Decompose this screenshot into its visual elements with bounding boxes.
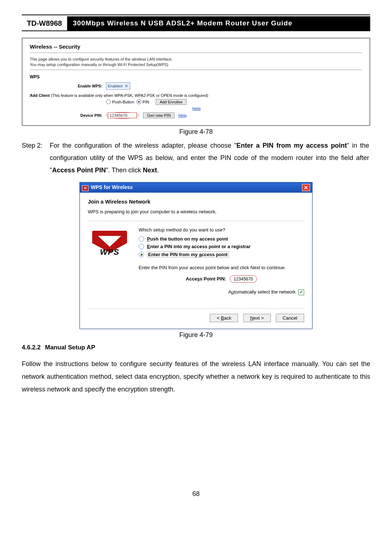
method-row: Push-Button PIN Add Enrollee [30,99,362,105]
header-bar: TD-W8968 300Mbps Wireless N USB ADSL2+ M… [22,16,370,31]
dialog-buttons: < Back Next > Cancel [88,309,304,322]
dialog-title: WPS for Wireless [91,184,133,190]
cancel-button[interactable]: Cancel [276,314,304,322]
chevron-down-icon: ▾ [124,84,128,88]
page-number: 68 [22,490,370,498]
device-pin-row: Device PIN: Gen new PIN Help [30,112,362,119]
wps-dialog: wWPS for Wireless ✕ Join a Wireless Netw… [79,182,313,329]
figure-caption-79: Figure 4-79 [22,331,370,339]
dialog-subtext: WPS is preparing to join your computer t… [88,209,304,214]
help-link[interactable]: Help [192,106,201,111]
router-security-panel: Wireless -- Security This page allows yo… [22,38,370,126]
figure-caption-78: Figure 4-78 [22,128,370,136]
enable-wps-label: Enable WPS: [30,84,106,88]
wps-badge-icon: WPS [92,231,127,260]
radio-icon [106,99,111,104]
add-client-note: Add Client (This feature is available on… [30,93,362,98]
section-heading: 4.6.2.2Manual Setup AP [22,344,370,351]
gen-new-pin-button[interactable]: Gen new PIN [143,112,175,118]
next-button[interactable]: Next > [243,314,271,322]
enable-wps-value: Enabled [108,84,122,88]
wps-logo: WPS [88,227,131,263]
wps-heading: WPS [30,74,362,79]
header-model: TD-W8968 [22,16,67,30]
access-point-pin-input[interactable]: 12345670 [230,275,257,283]
divider [30,70,362,70]
section-title: Manual Setup AP [45,344,95,351]
dialog-question: Which setup method do you want to use? [139,227,304,233]
help-link[interactable]: Help [178,113,187,118]
option-push-button[interactable]: Push the button on my access point [139,236,304,242]
add-client-rest: (This feature is available only when WPA… [50,93,208,98]
dialog-titlebar: wWPS for Wireless ✕ [80,182,312,193]
section-paragraph: Follow the instructions below to configu… [22,358,370,396]
panel-title: Wireless -- Security [30,44,362,50]
pin-radio[interactable]: PIN [136,99,149,104]
device-pin-highlight [106,112,139,119]
panel-desc-2: You may setup configuration manually or … [30,62,362,67]
device-pin-input[interactable] [108,112,137,118]
radio-icon [139,252,144,257]
divider [30,53,362,53]
panel-desc-1: This page allows you to configure securi… [30,57,362,62]
wps-app-icon: w [82,185,89,191]
help-row-1: Help [30,106,362,111]
device-pin-label: Device PIN: [30,113,106,118]
dialog-heading: Join a Wireless Network [88,198,304,205]
access-point-pin-row: Access Point PIN: 12345670 [139,275,304,283]
add-client-label: Add Client [30,93,50,98]
radio-icon [136,99,141,104]
pushbutton-radio[interactable]: Push-Button [106,99,134,104]
dialog-mid: WPS Which setup method do you want to us… [88,221,304,309]
radio-icon [139,244,144,249]
dialog-body: Join a Wireless Network WPS is preparing… [80,193,312,329]
add-enrollee-button[interactable]: Add Enrollee [156,99,187,105]
step-2-block: Step 2: For the configuration of the wir… [22,139,370,177]
dialog-hint: Enter the PIN from your access point bel… [139,265,304,270]
radio-icon [139,236,144,242]
step-text: For the configuration of the wireless ad… [50,139,369,177]
close-icon[interactable]: ✕ [302,184,310,191]
access-point-pin-label: Access Point PIN: [186,276,226,282]
back-button[interactable]: < Back [210,314,238,322]
auto-select-checkbox[interactable]: ✔ [298,290,304,295]
enable-wps-row: Enable WPS: Enabled ▾ [30,82,362,90]
option-enter-pin-registrar[interactable]: Enter a PIN into my access point or a re… [139,244,304,249]
option-enter-pin-ap[interactable]: Enter the PIN from my access point [139,251,304,258]
step-label: Step 2: [22,139,48,152]
header-top-rule [22,15,370,15]
auto-select-row: Automatically select the network ✔ [139,289,304,295]
auto-select-label: Automatically select the network [228,289,296,295]
header-title: 300Mbps Wireless N USB ADSL2+ Modem Rout… [67,16,370,30]
dialog-options: Which setup method do you want to use? P… [139,227,304,295]
section-number: 4.6.2.2 [22,344,41,351]
enable-wps-select[interactable]: Enabled ▾ [106,82,130,90]
